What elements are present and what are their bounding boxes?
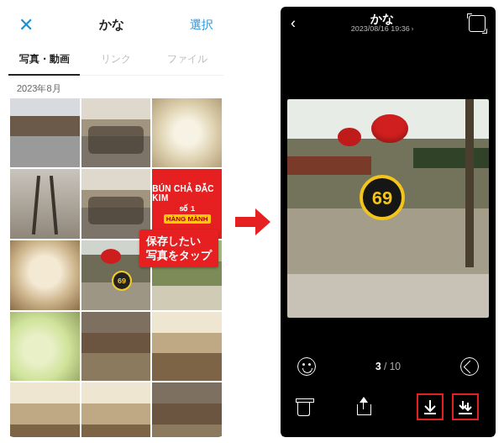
photo-thumb[interactable]: [10, 98, 80, 168]
tab-file[interactable]: ファイル: [152, 44, 223, 75]
chat-title: かな: [99, 17, 124, 33]
reaction-icon[interactable]: [297, 357, 316, 376]
photo-thumb[interactable]: [81, 98, 151, 168]
photo-grid: BÚN CHẢ ĐẮC KIM số 1 HÀNG MÀNH: [8, 98, 223, 437]
shop-sign: 69: [360, 175, 405, 220]
select-button[interactable]: 選択: [190, 18, 213, 33]
photo-thumb[interactable]: [81, 312, 151, 382]
viewer-title: かな: [351, 13, 414, 25]
photo-thumb[interactable]: [152, 382, 222, 436]
chevron-right-icon: ›: [412, 26, 414, 34]
photo-thumb[interactable]: [10, 240, 80, 310]
download-icon: [422, 398, 438, 415]
download-all-button-highlight[interactable]: [452, 393, 479, 420]
date-header: 2023年8月: [8, 76, 223, 98]
lantern-icon: [338, 128, 361, 146]
photo-thumb[interactable]: BÚN CHẢ ĐẮC KIM số 1 HÀNG MÀNH: [152, 169, 222, 239]
viewer-mid-bar: 3 / 10: [281, 355, 496, 378]
photo-thumb[interactable]: [152, 98, 222, 168]
fullscreen-icon[interactable]: [469, 15, 486, 32]
photo-thumb[interactable]: [152, 312, 222, 382]
viewer-screen: ‹ かな 2023/08/16 19:36› 69 3 / 10: [281, 7, 496, 437]
photo-thumb[interactable]: [81, 169, 151, 239]
download-all-icon: [457, 398, 474, 415]
media-tabs: 写真・動画 リンク ファイル: [8, 44, 223, 76]
tab-link[interactable]: リンク: [80, 44, 151, 75]
instruction-callout: 保存したい 写真をタップ: [139, 229, 218, 267]
arrow-right-icon: [230, 200, 274, 244]
lantern-icon: [371, 114, 408, 143]
photo-thumb[interactable]: [81, 382, 151, 436]
viewer-header: ‹ かな 2023/08/16 19:36›: [281, 7, 496, 40]
edit-icon[interactable]: [460, 357, 479, 376]
back-icon[interactable]: ‹: [291, 14, 296, 32]
download-button-highlight[interactable]: [417, 393, 444, 420]
gallery-header: ✕ かな 選択: [8, 7, 223, 44]
share-icon[interactable]: [354, 398, 373, 416]
photo-thumb[interactable]: [10, 382, 80, 436]
trash-icon[interactable]: [297, 402, 310, 416]
close-icon[interactable]: ✕: [18, 14, 34, 36]
photo-thumb[interactable]: [10, 312, 80, 382]
photo-viewport[interactable]: 69: [287, 99, 489, 318]
photo-counter: 3 / 10: [375, 361, 401, 372]
restaurant-sign: BÚN CHẢ ĐẮC KIM số 1 HÀNG MÀNH: [152, 169, 222, 239]
tab-media[interactable]: 写真・動画: [8, 44, 80, 75]
photo-thumb[interactable]: [10, 169, 80, 239]
viewer-timestamp[interactable]: 2023/08/16 19:36›: [351, 25, 414, 34]
viewer-toolbar: [281, 392, 496, 422]
gallery-screen: ✕ かな 選択 写真・動画 リンク ファイル 2023年8月 BÚN CHẢ Đ…: [8, 7, 223, 437]
